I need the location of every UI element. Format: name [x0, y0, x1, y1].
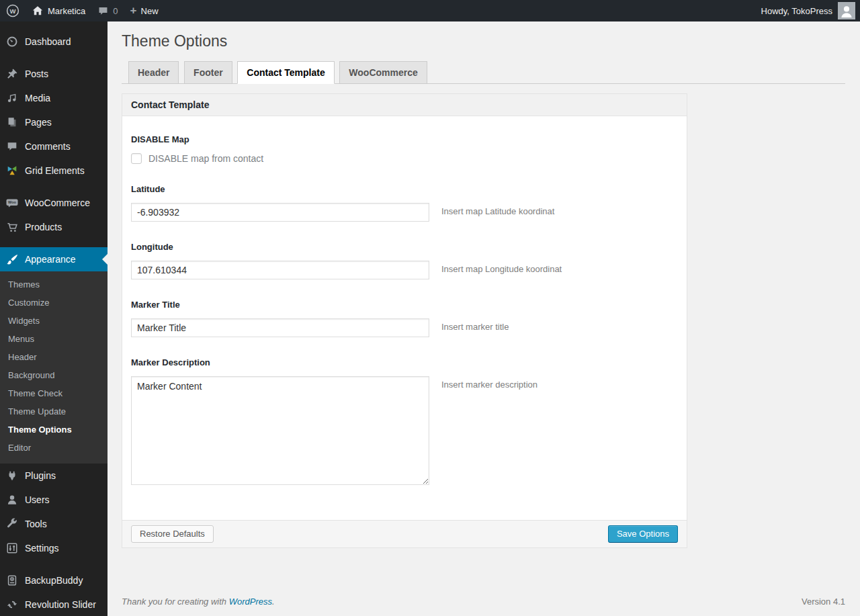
latitude-label: Latitude: [131, 184, 678, 194]
home-icon: [32, 5, 44, 17]
submenu-item-customize[interactable]: Customize: [0, 294, 108, 312]
user-icon: [5, 493, 19, 507]
howdy-account-menu[interactable]: Howdy, TokoPress: [761, 6, 832, 16]
sidebar-item-products[interactable]: Products: [0, 215, 108, 239]
sidebar-item-appearance[interactable]: Appearance: [0, 247, 108, 271]
pushpin-icon: [5, 67, 19, 81]
sidebar-item-pages[interactable]: Pages: [0, 110, 108, 134]
wordpress-logo-menu[interactable]: W: [0, 0, 26, 21]
page-footer: Thank you for creating with WordPress. V…: [122, 590, 845, 616]
submenu-item-theme-options[interactable]: Theme Options: [0, 421, 108, 439]
sidebar-item-backupbuddy[interactable]: BackupBuddy: [0, 568, 108, 592]
sidebar-item-woocommerce[interactable]: Woo WooCommerce: [0, 191, 108, 215]
sidebar-item-grid-elements[interactable]: Grid Elements: [0, 159, 108, 183]
grid-elements-pinwheel-icon: [5, 164, 19, 177]
dashboard-icon: [5, 35, 19, 48]
longitude-input[interactable]: [131, 261, 429, 279]
sidebar-item-tools[interactable]: Tools: [0, 512, 108, 536]
admin-bar: W Marketica 0 + New Howdy, To: [0, 0, 860, 21]
speech-bubble-icon: [5, 140, 19, 153]
sidebar-item-dashboard[interactable]: Dashboard: [0, 30, 108, 54]
marker-description-label: Marker Description: [131, 357, 678, 367]
tab-woocommerce[interactable]: WooCommerce: [339, 61, 427, 84]
contact-template-panel: Contact Template DISABLE Map DISABLE map…: [122, 93, 687, 548]
wrench-icon: [5, 517, 19, 531]
panel-title: Contact Template: [122, 94, 687, 116]
plus-icon: +: [130, 5, 137, 16]
longitude-hint: Insert map Longitude koordinat: [441, 261, 562, 274]
disable-map-label: DISABLE Map: [131, 134, 678, 144]
cart-icon: [5, 220, 19, 234]
paintbrush-icon: [5, 253, 19, 266]
admin-bar-right: Howdy, TokoPress: [761, 2, 860, 19]
pages-icon: [5, 116, 19, 129]
submenu-item-background[interactable]: Background: [0, 366, 108, 384]
sidebar-item-plugins[interactable]: Plugins: [0, 464, 108, 488]
disable-map-checkbox-label: DISABLE map from contact: [148, 153, 263, 164]
site-name: Marketica: [48, 6, 85, 16]
admin-sidebar: Dashboard Posts Media Pages Comments Gr: [0, 21, 108, 616]
comment-bubble-icon: [97, 5, 109, 17]
page-title: Theme Options: [122, 31, 845, 51]
longitude-field: Longitude Insert map Longitude koordinat: [131, 242, 678, 279]
sidebar-item-media[interactable]: Media: [0, 86, 108, 110]
latitude-field: Latitude Insert map Latitude koordinat: [131, 184, 678, 222]
restore-defaults-button[interactable]: Restore Defaults: [131, 525, 214, 543]
submenu-item-theme-check[interactable]: Theme Check: [0, 384, 108, 402]
svg-text:Woo: Woo: [8, 200, 17, 204]
panel-body: DISABLE Map DISABLE map from contact Lat…: [122, 116, 687, 520]
comments-menu[interactable]: 0: [91, 0, 124, 21]
submenu-item-widgets[interactable]: Widgets: [0, 312, 108, 330]
latitude-input[interactable]: [131, 203, 429, 222]
plug-icon: [5, 469, 19, 482]
marker-description-textarea[interactable]: Marker Content: [131, 376, 429, 485]
disable-map-checkbox[interactable]: [131, 153, 142, 164]
disable-map-field: DISABLE Map DISABLE map from contact: [131, 134, 678, 164]
tab-bar: Header Footer Contact Template WooCommer…: [122, 61, 845, 84]
sliders-icon: [5, 541, 19, 555]
submenu-item-themes[interactable]: Themes: [0, 275, 108, 294]
submenu-item-menus[interactable]: Menus: [0, 330, 108, 348]
wordpress-logo-icon: W: [6, 4, 19, 17]
tab-contact-template[interactable]: Contact Template: [237, 61, 334, 84]
version-text: Version 4.1: [802, 597, 845, 607]
woocommerce-badge-icon: Woo: [5, 196, 19, 210]
backupbuddy-icon: [5, 574, 19, 587]
new-label: New: [141, 6, 159, 16]
cycle-arrows-icon: [5, 598, 19, 611]
marker-description-field: Marker Description Marker Content Insert…: [131, 357, 678, 485]
longitude-label: Longitude: [131, 242, 678, 252]
svg-text:W: W: [10, 7, 16, 15]
site-name-menu[interactable]: Marketica: [26, 0, 91, 21]
new-content-menu[interactable]: + New: [124, 0, 165, 21]
submenu-item-theme-update[interactable]: Theme Update: [0, 402, 108, 421]
marker-title-hint: Insert marker title: [441, 318, 509, 332]
marker-description-hint: Insert marker description: [441, 376, 538, 390]
marker-title-label: Marker Title: [131, 300, 678, 310]
marker-title-input[interactable]: [131, 318, 429, 337]
marker-title-field: Marker Title Insert marker title: [131, 300, 678, 337]
avatar[interactable]: [838, 2, 855, 19]
sidebar-item-revolution-slider[interactable]: Revolution Slider: [0, 592, 108, 616]
latitude-hint: Insert map Latitude koordinat: [441, 203, 554, 216]
panel-footer: Restore Defaults Save Options: [122, 520, 687, 547]
sidebar-item-posts[interactable]: Posts: [0, 62, 108, 86]
wordpress-link[interactable]: WordPress: [229, 597, 272, 607]
submenu-item-header[interactable]: Header: [0, 348, 108, 366]
tab-footer[interactable]: Footer: [184, 61, 232, 84]
media-note-icon: [5, 91, 19, 105]
tab-header[interactable]: Header: [128, 61, 179, 84]
comment-count: 0: [113, 6, 118, 16]
sidebar-item-users[interactable]: Users: [0, 488, 108, 512]
sidebar-item-comments[interactable]: Comments: [0, 134, 108, 159]
person-icon: [838, 3, 855, 19]
save-options-button[interactable]: Save Options: [608, 525, 678, 543]
submenu-item-editor[interactable]: Editor: [0, 439, 108, 457]
sidebar-item-settings[interactable]: Settings: [0, 536, 108, 560]
appearance-submenu: Themes Customize Widgets Menus Header Ba…: [0, 271, 108, 464]
main-content: Theme Options Header Footer Contact Temp…: [108, 21, 860, 616]
admin-bar-left: W Marketica 0 + New: [0, 0, 165, 21]
thanks-text: Thank you for creating with WordPress.: [122, 597, 275, 607]
